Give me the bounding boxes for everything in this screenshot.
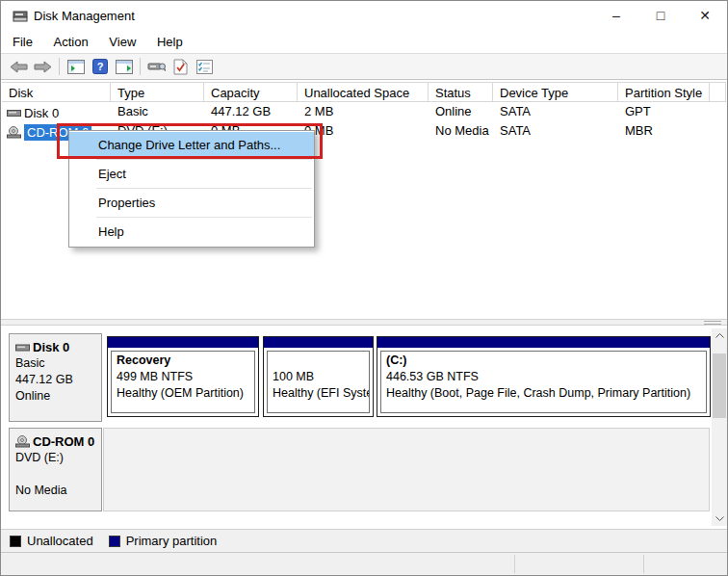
title-bar: Disk Management – □ ✕	[1, 1, 727, 32]
disk0-name-cell: Disk 0	[2, 102, 111, 121]
cdrom-icon	[15, 435, 30, 448]
disk0-device-type: SATA	[493, 102, 618, 121]
menu-file[interactable]: File	[4, 32, 41, 53]
toolbar-separator	[140, 58, 141, 75]
disk-management-window: Disk Management – □ ✕ File Action View H…	[0, 0, 728, 576]
cdrom0-header-name: CD-ROM 0	[15, 433, 99, 450]
legend-bar: Unallocated Primary partition	[1, 529, 727, 552]
minimize-button[interactable]: –	[594, 1, 638, 32]
vertical-scrollbar[interactable]	[712, 328, 727, 526]
menu-action[interactable]: Action	[45, 32, 97, 53]
partition-c-status: Healthy (Boot, Page File, Crash Dump, Pr…	[386, 385, 701, 402]
disk0-capacity: 447.12 GB	[204, 102, 298, 121]
toolbar: ?	[1, 53, 727, 80]
partition-recovery-name: Recovery	[117, 353, 249, 369]
menu-item-help[interactable]: Help	[69, 219, 314, 245]
forward-icon[interactable]	[31, 56, 55, 78]
legend-unallocated-label: Unallocated	[27, 534, 93, 548]
export-list-icon[interactable]	[169, 56, 193, 78]
table-row-disk0[interactable]: Disk 0 Basic 447.12 GB 2 MB Online SATA …	[2, 102, 726, 121]
column-header-type[interactable]: Type	[111, 83, 204, 101]
disk0-unallocated: 2 MB	[298, 102, 429, 121]
cdrom0-line-nomedia: No Media	[15, 483, 99, 499]
menu-bar: File Action View Help	[1, 32, 727, 53]
column-header-capacity[interactable]: Capacity	[204, 83, 298, 101]
column-header-status[interactable]: Status	[429, 83, 493, 101]
partition-efi-status: Healthy (EFI System	[273, 385, 364, 402]
splitter-grip-icon	[704, 321, 721, 325]
cdrom0-unallocated: 0 MB	[298, 121, 429, 141]
app-icon	[13, 9, 28, 27]
show-action-pane-icon[interactable]	[112, 56, 136, 78]
status-bar	[1, 552, 727, 575]
window-title: Disk Management	[34, 1, 135, 32]
primary-partition-swatch-icon	[109, 536, 120, 547]
column-header-partition-style[interactable]: Partition Style	[618, 83, 710, 101]
scrollbar-thumb[interactable]	[713, 353, 726, 418]
column-header-unallocated[interactable]: Unallocated Space	[298, 83, 429, 101]
disk0-type: Basic	[111, 102, 204, 121]
partition-recovery-status: Healthy (OEM Partition)	[117, 385, 249, 402]
partition-c[interactable]: (C:) 446.53 GB NTFS Healthy (Boot, Page …	[377, 336, 711, 417]
cdrom0-status: No Media	[429, 121, 493, 141]
menu-help[interactable]: Help	[148, 32, 192, 53]
unallocated-swatch-icon	[10, 536, 21, 547]
back-icon[interactable]	[7, 56, 31, 78]
scroll-up-icon[interactable]	[712, 328, 727, 343]
close-button[interactable]: ✕	[683, 1, 727, 32]
disk0-line-size: 447.12 GB	[15, 372, 99, 388]
partition-c-size: 446.53 GB NTFS	[386, 369, 701, 385]
disk0-label: Disk 0	[24, 106, 59, 120]
disk-icon	[7, 108, 21, 118]
column-header-disk[interactable]: Disk	[2, 83, 111, 101]
status-divider	[643, 555, 644, 573]
status-divider	[514, 555, 515, 573]
disk0-line-basic: Basic	[15, 355, 99, 372]
menu-item-properties[interactable]: Properties	[69, 190, 314, 216]
menu-separator	[96, 217, 312, 218]
cdrom0-media-area[interactable]	[103, 428, 710, 511]
list-header: Disk Type Capacity Unallocated Space Sta…	[2, 82, 726, 102]
column-header-device-type[interactable]: Device Type	[493, 83, 618, 101]
column-header-filler	[710, 83, 726, 101]
cdrom-icon	[7, 126, 21, 139]
cdrom0-device-type: SATA	[493, 121, 618, 141]
partition-c-name: (C:)	[386, 353, 701, 369]
partition-recovery[interactable]: Recovery 499 MB NTFS Healthy (OEM Partit…	[107, 336, 259, 417]
help-icon[interactable]: ?	[88, 56, 112, 78]
cdrom0-header-panel[interactable]: CD-ROM 0 DVD (E:) No Media	[9, 428, 102, 511]
cdrom0-line-dvd: DVD (E:)	[15, 450, 99, 466]
device-icon[interactable]	[144, 56, 169, 78]
disk0-partitions: Recovery 499 MB NTFS Healthy (OEM Partit…	[107, 336, 711, 417]
svg-text:?: ?	[96, 61, 103, 72]
cdrom0-line-blank	[15, 466, 99, 483]
primary-partition-bar	[264, 337, 373, 348]
menu-separator	[96, 188, 312, 189]
partition-efi[interactable]: 100 MB Healthy (EFI System	[263, 336, 374, 417]
context-menu: Change Drive Letter and Paths... Eject P…	[68, 130, 315, 248]
disk0-line-status: Online	[15, 388, 99, 405]
toolbar-separator	[59, 58, 60, 75]
disk0-header-panel[interactable]: Disk 0 Basic 447.12 GB Online	[9, 333, 102, 422]
disk-icon	[15, 343, 30, 353]
menu-item-eject[interactable]: Eject	[69, 161, 314, 187]
graphical-view: Disk 0 Basic 447.12 GB Online Recovery 4…	[1, 326, 727, 529]
primary-partition-bar	[108, 337, 258, 348]
disk0-status: Online	[429, 102, 493, 121]
menu-separator	[96, 159, 312, 160]
show-console-tree-icon[interactable]	[64, 56, 88, 78]
partition-recovery-size: 499 MB NTFS	[117, 369, 249, 385]
maximize-button[interactable]: □	[638, 1, 683, 32]
scroll-down-icon[interactable]	[712, 511, 727, 526]
partition-efi-size: 100 MB	[273, 369, 364, 385]
properties-list-icon[interactable]	[193, 56, 217, 78]
primary-partition-bar	[377, 337, 710, 348]
menu-view[interactable]: View	[100, 32, 144, 53]
pane-splitter[interactable]	[1, 319, 727, 326]
menu-item-change-drive-letter[interactable]: Change Drive Letter and Paths...	[69, 132, 314, 158]
cdrom0-partition-style: MBR	[618, 121, 710, 141]
legend-primary-partition-label: Primary partition	[126, 534, 218, 548]
disk0-partition-style: GPT	[618, 102, 710, 121]
partition-efi-name	[273, 353, 364, 369]
disk0-header-name: Disk 0	[15, 339, 99, 355]
